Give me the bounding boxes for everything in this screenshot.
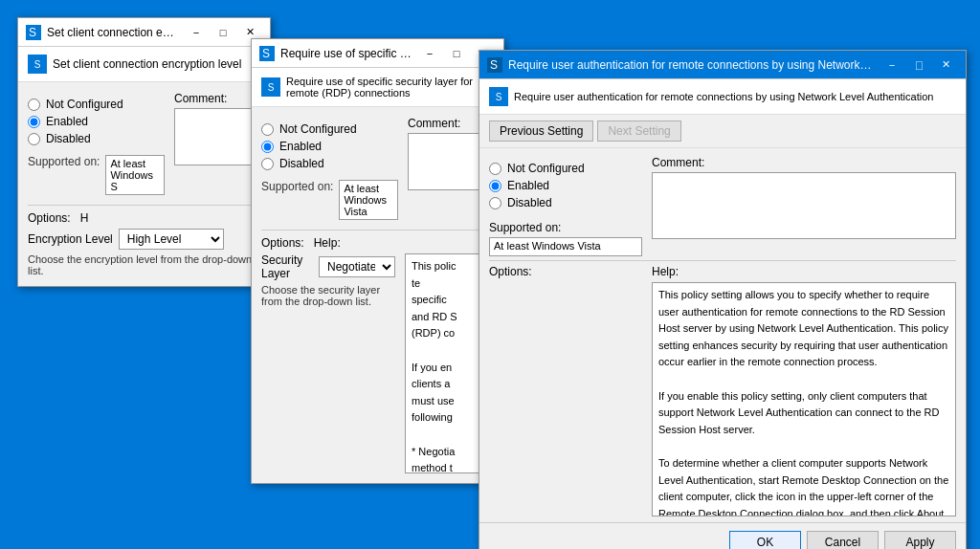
win2-disabled-label: Disabled <box>279 157 324 170</box>
win2-options-col: Security Layer Negotiate RDP SSL Choose … <box>261 253 395 473</box>
win1-supported-label: Supported on: <box>28 155 100 168</box>
win1-notconfigured-label: Not Configured <box>46 98 123 111</box>
win2-options-help: Security Layer Negotiate RDP SSL Choose … <box>261 253 494 473</box>
win2-radio-disabled[interactable]: Disabled <box>261 157 398 170</box>
win3-notconfigured-label: Not Configured <box>507 162 585 175</box>
window-security-layer: S Require use of specific security layer… <box>251 38 504 484</box>
win1-options-label: Options: <box>28 211 71 225</box>
win1-radio-enabled[interactable]: Enabled <box>28 115 165 128</box>
win3-bottom-labels: Options: Help: <box>479 261 966 278</box>
win2-radio-notconfigured[interactable]: Not Configured <box>261 122 398 136</box>
win3-nav-buttons: Previous Setting Next Setting <box>479 115 966 148</box>
win2-sec-label: Security Layer <box>261 253 315 280</box>
win1-title: Set client connection encryption level <box>47 26 178 39</box>
win3-minimize-btn[interactable]: − <box>880 55 904 75</box>
win3-comment-label: Comment: <box>652 156 956 169</box>
win3-policy-header: S Require user authentication for remote… <box>479 79 966 115</box>
win1-bottom-header: Options: H <box>28 211 260 225</box>
win3-dialog-buttons: OK Cancel Apply <box>479 522 966 549</box>
win1-radio-disabled[interactable]: Disabled <box>28 132 165 145</box>
win2-divider <box>261 230 494 231</box>
win3-next-btn[interactable]: Next Setting <box>597 121 680 142</box>
win2-icon: S <box>259 46 275 61</box>
win1-header-text: Set client connection encryption level <box>53 57 241 71</box>
win3-top-section: Not Configured Enabled Disabled Supporte… <box>479 148 966 260</box>
win3-supported-value: At least Windows Vista <box>489 237 642 256</box>
win2-minimize-btn[interactable]: − <box>417 44 442 63</box>
win2-supported-label: Supported on: <box>261 180 333 193</box>
win2-header-text: Require use of specific security layer f… <box>286 76 494 99</box>
win3-options-help-section: This policy setting allows you to specif… <box>479 278 966 522</box>
win2-desc: Choose the security layer from the drop-… <box>261 284 395 307</box>
win2-notconfigured-label: Not Configured <box>279 122 357 136</box>
win3-header-text: Require user authentication for remote c… <box>514 91 933 102</box>
win1-supported-value: At least Windows S <box>105 155 165 195</box>
win3-radio-enabled[interactable]: Enabled <box>489 179 642 192</box>
title-bar-win1: S Set client connection encryption level… <box>18 18 270 47</box>
win1-disabled-label: Disabled <box>46 132 91 145</box>
win2-policy-header: S Require use of specific security layer… <box>252 68 503 107</box>
svg-text:S: S <box>29 26 36 39</box>
win1-divider <box>28 205 260 206</box>
win1-left-panel: Not Configured Enabled Disabled Supporte… <box>28 92 165 199</box>
win1-maximize-btn[interactable]: □ <box>211 23 235 42</box>
win3-radio-disabled[interactable]: Disabled <box>489 196 642 209</box>
win3-ok-btn[interactable]: OK <box>729 531 801 549</box>
win2-maximize-btn[interactable]: □ <box>444 44 469 63</box>
win3-apply-btn[interactable]: Apply <box>884 531 956 549</box>
win2-security-dropdown[interactable]: Negotiate RDP SSL <box>319 256 395 277</box>
svg-text:S: S <box>490 58 498 72</box>
svg-text:S: S <box>262 47 270 60</box>
win3-comment-panel: Comment: <box>652 156 956 256</box>
win3-radio-group: Not Configured Enabled Disabled <box>489 156 642 215</box>
win3-prev-btn[interactable]: Previous Setting <box>489 121 593 142</box>
win1-encryption-dropdown[interactable]: High Level Client Compatible Low FIPS Co… <box>119 229 224 250</box>
window-nla-auth: S Require user authentication for remote… <box>479 50 967 549</box>
win2-left-panel: Not Configured Enabled Disabled Supporte… <box>261 117 398 224</box>
win2-top-area: Not Configured Enabled Disabled Supporte… <box>261 117 494 224</box>
win1-icon: S <box>26 25 41 40</box>
win3-icon: S <box>487 57 502 73</box>
title-bar-win2: S Require use of specific security layer… <box>252 39 503 68</box>
win2-title: Require use of specific security layer f… <box>280 47 412 60</box>
win3-options-label: Options: <box>489 265 642 278</box>
win3-help-text[interactable]: This policy setting allows you to specif… <box>652 282 956 516</box>
win2-content: Not Configured Enabled Disabled Supporte… <box>252 107 503 483</box>
win1-enc-label: Encryption Level <box>28 232 113 246</box>
win1-encryption-row: Encryption Level High Level Client Compa… <box>28 229 260 250</box>
win1-policy-header: S Set client connection encryption level <box>18 47 270 82</box>
win3-title: Require user authentication for remote c… <box>508 58 874 72</box>
title-bar-win3: S Require user authentication for remote… <box>479 51 966 79</box>
win2-supported-value: At least Windows Vista <box>339 180 398 220</box>
win2-security-row: Security Layer Negotiate RDP SSL <box>261 253 395 280</box>
win2-radio-group: Not Configured Enabled Disabled <box>261 117 398 176</box>
win3-disabled-label: Disabled <box>507 196 552 209</box>
win2-policy-icon: S <box>261 77 280 97</box>
win1-radio-group: Not Configured Enabled Disabled <box>28 92 165 151</box>
win1-comment-input[interactable] <box>174 108 260 165</box>
win3-radio-notconfigured[interactable]: Not Configured <box>489 162 642 175</box>
win1-comment-panel: Comment: <box>174 92 260 199</box>
win1-comment-label: Comment: <box>174 92 260 105</box>
win3-close-btn[interactable]: ✕ <box>933 55 958 75</box>
win2-enabled-label: Enabled <box>279 140 322 153</box>
win2-bottom-header: Options: Help: <box>261 236 494 250</box>
win3-comment-input[interactable] <box>652 172 956 239</box>
win3-restore-btn[interactable]: ⎕ <box>906 55 931 75</box>
win3-help-label: Help: <box>652 265 679 278</box>
win2-radio-enabled[interactable]: Enabled <box>261 140 398 153</box>
win1-minimize-btn[interactable]: − <box>184 23 209 42</box>
win2-help-label: Help: <box>314 236 341 250</box>
win3-enabled-label: Enabled <box>507 179 549 192</box>
win3-cancel-btn[interactable]: Cancel <box>807 531 879 549</box>
win2-options-label: Options: <box>261 236 304 250</box>
win1-supported-row: Supported on: At least Windows S <box>28 151 165 199</box>
win1-radio-notconfigured[interactable]: Not Configured <box>28 98 165 111</box>
win3-options-col <box>489 282 642 516</box>
win1-desc: Choose the encryption level from the dro… <box>28 253 260 276</box>
window-encryption-level: S Set client connection encryption level… <box>17 17 271 287</box>
win1-help-label: H <box>80 211 89 225</box>
win1-enabled-label: Enabled <box>46 115 88 128</box>
win3-supported-label: Supported on: <box>489 221 561 234</box>
win1-policy-icon: S <box>28 55 47 74</box>
